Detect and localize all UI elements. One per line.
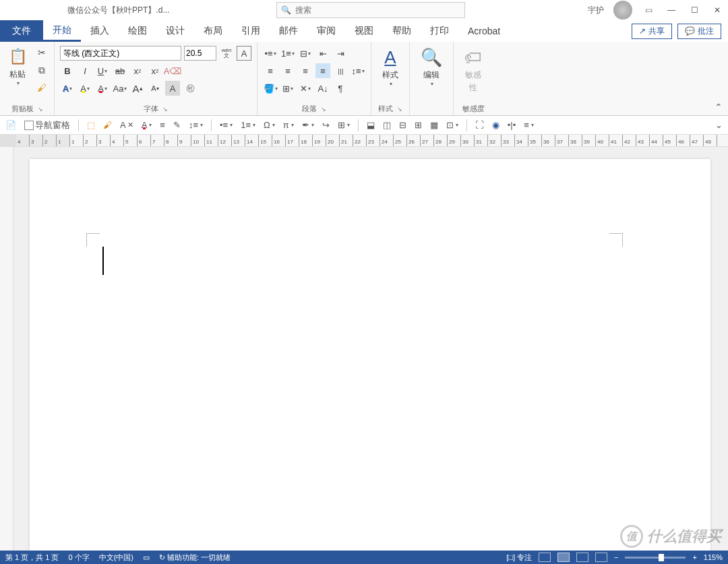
character-border-icon[interactable]: A — [237, 46, 251, 61]
paste-dropdown[interactable]: ▾ — [17, 80, 20, 86]
web-layout-icon[interactable] — [576, 553, 588, 562]
tool-numbering-icon[interactable]: 1≡▾ — [241, 120, 255, 130]
strikethrough-icon[interactable]: ab — [113, 63, 127, 78]
bold-icon[interactable]: B — [60, 63, 75, 78]
outline-view-icon[interactable] — [595, 553, 607, 562]
align-center-icon[interactable]: ≡ — [280, 63, 295, 78]
styles-button[interactable]: A 样式 ▾ — [374, 43, 406, 91]
tool-split-cell-icon[interactable]: ⊞ — [415, 120, 422, 130]
horizontal-ruler[interactable]: 4321123456789101112131415161718192021222… — [0, 135, 728, 147]
tool-more-icon[interactable]: ≡▾ — [524, 120, 534, 130]
tab-print[interactable]: 打印 — [421, 20, 458, 42]
change-case-icon[interactable]: Aa▾ — [113, 81, 127, 96]
highlight-icon[interactable]: A▾ — [78, 81, 92, 96]
read-mode-icon[interactable] — [539, 553, 551, 562]
tool-brush-icon[interactable]: 🖌 — [103, 120, 112, 130]
tool-insert-col-icon[interactable]: ◫ — [383, 120, 391, 130]
align-left-icon[interactable]: ≡ — [263, 63, 278, 78]
nav-pane-toggle[interactable]: 导航窗格 — [24, 119, 70, 131]
tool-justify-icon[interactable]: ≡ — [160, 120, 165, 130]
tool-linespacing-icon[interactable]: ↕≡▾ — [189, 120, 203, 130]
share-button[interactable]: ↗共享 — [632, 24, 672, 39]
print-layout-icon[interactable] — [557, 553, 570, 562]
document-page[interactable] — [30, 159, 710, 551]
tab-file[interactable]: 文件 — [0, 20, 43, 42]
tab-draw[interactable]: 绘图 — [119, 20, 156, 42]
font-size-select[interactable] — [184, 46, 216, 61]
tab-references[interactable]: 引用 — [232, 20, 270, 42]
increase-indent-icon[interactable]: ⇥ — [333, 46, 348, 61]
borders-icon[interactable]: ⊞▾ — [280, 81, 295, 96]
numbering-icon[interactable]: 1≡▾ — [280, 46, 295, 61]
maximize-icon[interactable]: ☐ — [688, 3, 701, 17]
distributed-icon[interactable]: ⫼ — [333, 63, 348, 78]
italic-icon[interactable]: I — [78, 63, 92, 78]
vertical-ruler[interactable] — [0, 147, 13, 551]
tab-view[interactable]: 视图 — [345, 20, 383, 42]
focus-mode-button[interactable]: [□]专注 — [506, 553, 532, 563]
tool-highlight-icon[interactable]: ✎ — [173, 120, 181, 130]
subscript-icon[interactable]: x2 — [130, 63, 145, 78]
sort-icon[interactable]: A↓ — [315, 81, 330, 96]
close-icon[interactable]: ✕ — [710, 3, 724, 17]
decrease-indent-icon[interactable]: ⇤ — [315, 46, 330, 61]
paste-icon[interactable]: 📋 — [7, 46, 28, 67]
paste-button[interactable]: 粘贴 — [9, 69, 26, 80]
styles-dialog-icon[interactable]: ↘ — [397, 106, 402, 113]
zoom-out-icon[interactable]: − — [614, 553, 618, 561]
font-color-icon[interactable]: A▾ — [95, 81, 110, 96]
grow-font-icon[interactable]: A▴ — [130, 81, 145, 96]
tab-insert[interactable]: 插入 — [81, 20, 119, 42]
clipboard-dialog-icon[interactable]: ↘ — [38, 106, 43, 113]
tab-help[interactable]: 帮助 — [383, 20, 421, 42]
bullets-icon[interactable]: •≡▾ — [263, 46, 278, 61]
accessibility-button[interactable]: ↻ 辅助功能: 一切就绪 — [159, 553, 231, 563]
tab-design[interactable]: 设计 — [156, 20, 194, 42]
asian-layout-icon[interactable]: ✕▾ — [298, 81, 313, 96]
tab-mailings[interactable]: 邮件 — [270, 20, 307, 42]
tool-overflow-icon[interactable]: ⌄ — [715, 120, 723, 130]
tool-font-color-icon[interactable]: A▾ — [142, 120, 152, 130]
show-marks-icon[interactable]: ¶ — [333, 81, 348, 96]
shading-icon[interactable]: 🪣▾ — [263, 81, 278, 96]
shrink-font-icon[interactable]: A▾ — [148, 81, 162, 96]
tool-align-objects-icon[interactable]: •|• — [508, 120, 516, 130]
character-shading-icon[interactable]: A — [165, 81, 180, 96]
tool-clear-format-icon[interactable]: A✕ — [120, 120, 133, 130]
tool-table-icon[interactable]: ⊞▾ — [338, 120, 350, 130]
copy-icon[interactable]: ⧉ — [35, 63, 49, 77]
ribbon-mode-icon[interactable]: ▭ — [642, 3, 655, 17]
comments-button[interactable]: 💬批注 — [677, 24, 721, 39]
tool-screenshot-icon[interactable]: ⛶ — [475, 120, 484, 130]
paragraph-dialog-icon[interactable]: ↘ — [321, 106, 326, 113]
tab-review[interactable]: 审阅 — [307, 20, 345, 42]
tab-acrobat[interactable]: Acrobat — [458, 20, 510, 42]
minimize-icon[interactable]: — — [665, 3, 678, 17]
editing-button[interactable]: 🔍 编辑 ▾ — [413, 43, 450, 91]
zoom-level[interactable]: 115% — [704, 553, 723, 561]
search-input[interactable] — [295, 5, 464, 15]
tab-home[interactable]: 开始 — [43, 20, 81, 42]
tool-pen-icon[interactable]: ✒▾ — [302, 120, 314, 130]
search-box[interactable]: 🔍 — [276, 2, 465, 18]
superscript-icon[interactable]: x2 — [148, 63, 162, 78]
tool-equation-icon[interactable]: π▾ — [283, 120, 294, 130]
format-painter-icon[interactable]: 🖌 — [35, 81, 49, 94]
tool-bullets-icon[interactable]: •≡▾ — [220, 120, 233, 130]
user-avatar[interactable] — [613, 1, 632, 20]
multilevel-list-icon[interactable]: ⊟▾ — [298, 46, 313, 61]
outline-icon[interactable]: 📄 — [5, 120, 16, 130]
word-count[interactable]: 0 个字 — [68, 553, 89, 563]
phonetic-guide-icon[interactable]: wén文 — [219, 46, 234, 61]
line-spacing-icon[interactable]: ↕≡▾ — [351, 63, 365, 78]
underline-icon[interactable]: U▾ — [95, 63, 110, 78]
tool-format-painter-icon[interactable]: ⬚ — [87, 120, 95, 130]
font-dialog-icon[interactable]: ↘ — [162, 106, 168, 113]
tool-delete-row-icon[interactable]: ⊟ — [399, 120, 406, 130]
enclose-characters-icon[interactable]: ㊓ — [183, 81, 198, 96]
cut-icon[interactable]: ✂ — [35, 46, 49, 59]
tool-symbol-icon[interactable]: Ω▾ — [264, 120, 275, 130]
language-indicator[interactable]: 中文(中国) — [99, 553, 133, 563]
tool-circle-icon[interactable]: ◉ — [492, 120, 499, 130]
collapse-ribbon-icon[interactable]: ⌃ — [715, 102, 723, 113]
